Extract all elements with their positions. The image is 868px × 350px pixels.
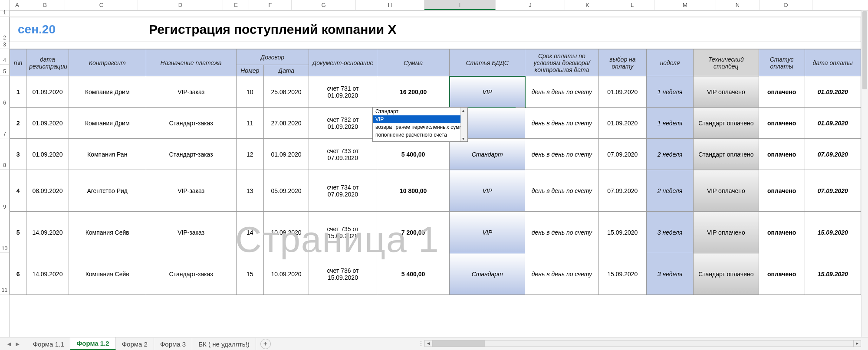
cell-counterparty[interactable]: Компания Сейв [69,212,146,253]
cell-choose-pay[interactable]: 15.09.2020 [598,212,646,253]
cell-choose-pay[interactable]: 01.09.2020 [598,76,646,108]
cell-counterparty[interactable]: Агентство Рид [69,170,146,212]
cell-pay-date[interactable]: 07.09.2020 [805,139,861,170]
cell-pay-date[interactable]: 15.09.2020 [805,212,861,253]
cell-tech[interactable]: VIP оплачено [694,170,759,212]
cell-reg-date[interactable]: 01.09.2020 [26,139,69,170]
cell-contract-no[interactable]: 15 [236,253,264,295]
worksheet[interactable]: сен.20 Регистрация поступлений компании … [10,10,861,337]
cell-choose-pay[interactable]: 15.09.2020 [598,253,646,295]
cell-contract-date[interactable]: 10.09.2020 [264,212,309,253]
cell-contract-date[interactable]: 10.09.2020 [264,253,309,295]
add-sheet-button[interactable]: ＋ [260,339,271,349]
cell-pay-date[interactable]: 01.09.2020 [805,108,861,139]
bdds-dropdown-list[interactable]: СтандартVIPвозврат ранее перечисленных с… [372,107,468,142]
cell-bdds[interactable]: VIP [450,170,525,212]
cell-purpose[interactable]: VIP-заказ [146,212,236,253]
hscroll-thumb[interactable] [433,340,485,347]
cell-pay-date[interactable]: 07.09.2020 [805,170,861,212]
cell-basis-doc[interactable]: счет 731 от 01.09.2020 [309,76,377,108]
cell-counterparty[interactable]: Компания Дрим [69,76,146,108]
cell-contract-date[interactable]: 01.09.2020 [264,139,309,170]
row-number[interactable]: 11 [0,253,9,294]
cell-basis-doc[interactable]: счет 732 от 01.09.2020 [309,108,377,139]
cell-choose-pay[interactable]: 07.09.2020 [598,139,646,170]
cell-sum[interactable]: 5 400,00 [377,253,449,295]
cell-reg-date[interactable]: 01.09.2020 [26,108,69,139]
table-row[interactable]: 614.09.2020Компания СейвСтандарт-заказ15… [10,253,861,295]
col-letter[interactable]: L [610,0,654,10]
vertical-scrollbar[interactable] [861,10,868,337]
cell-basis-doc[interactable]: счет 734 от 07.09.2020 [309,170,377,212]
cell-pp[interactable]: 6 [10,253,26,295]
col-letter-active[interactable]: I [424,0,496,10]
cell-contract-no[interactable]: 13 [236,170,264,212]
tab-nav-arrows[interactable]: ◄ ► [0,340,27,347]
table-row[interactable]: 301.09.2020Компания РанСтандарт-заказ120… [10,139,861,170]
col-letter[interactable]: J [496,0,565,10]
col-letter[interactable]: C [65,0,138,10]
cell-status[interactable]: оплачено [759,76,805,108]
hscroll-left-icon[interactable]: ◄ [424,340,432,347]
row-number[interactable]: 9 [0,170,9,211]
cell-week[interactable]: 1 неделя [646,108,693,139]
cell-term[interactable]: день в день по счету [525,170,599,212]
row-number[interactable]: 6 [0,76,9,107]
col-letter[interactable]: H [356,0,424,10]
cell-bdds[interactable]: VIP [450,212,525,253]
dropdown-option[interactable]: Стандарт [373,108,467,115]
tab-next-icon[interactable]: ► [15,340,21,347]
cell-term[interactable]: день в день по счету [525,139,599,170]
cell-counterparty[interactable]: Компания Ран [69,139,146,170]
cell-week[interactable]: 2 неделя [646,139,693,170]
col-letter[interactable]: N [716,0,760,10]
cell-tech[interactable]: Стандарт оплачено [694,253,759,295]
cell-pp[interactable]: 1 [10,76,26,108]
col-letter[interactable]: G [292,0,356,10]
cell-sum[interactable]: 10 800,00 [377,170,449,212]
cell-status[interactable]: оплачено [759,212,805,253]
cell-bdds[interactable]: VIP [450,76,525,108]
cell-counterparty[interactable]: Компания Дрим [69,108,146,139]
dropdown-option[interactable]: пополнение расчетного счета [373,131,467,139]
cell-basis-doc[interactable]: счет 733 от 07.09.2020 [309,139,377,170]
cell-bdds[interactable]: Стандарт [450,139,525,170]
cell-term[interactable]: день в день по счету [525,76,599,108]
cell-term[interactable]: день в день по счету [525,253,599,295]
cell-purpose[interactable]: VIP-заказ [146,76,236,108]
sheet-tab[interactable]: Форма 3 [154,338,192,350]
cell-sum[interactable]: 7 200,00 [377,212,449,253]
horizontal-scrollbar[interactable]: ⋮ ◄ ► [417,340,861,347]
cell-week[interactable]: 2 неделя [646,170,693,212]
row-number[interactable]: 3 [0,42,9,49]
cell-status[interactable]: оплачено [759,139,805,170]
cell-bdds[interactable]: Стандарт [450,253,525,295]
sheet-tab[interactable]: БК ( не удалять!) [192,338,256,350]
cell-term[interactable]: день в день по счету [525,108,599,139]
cell-week[interactable]: 3 неделя [646,253,693,295]
cell-pp[interactable]: 5 [10,212,26,253]
cell-contract-no[interactable]: 12 [236,139,264,170]
sheet-tab[interactable]: Форма 2 [116,338,154,350]
cell-reg-date[interactable]: 01.09.2020 [26,76,69,108]
cell-tech[interactable]: VIP оплачено [694,212,759,253]
cell-purpose[interactable]: VIP-заказ [146,170,236,212]
cell-contract-date[interactable]: 25.08.2020 [264,76,309,108]
cell-pp[interactable]: 2 [10,108,26,139]
row-number[interactable]: 2 [0,17,9,42]
table-row[interactable]: 408.09.2020Агентство РидVIP-заказ1305.09… [10,170,861,212]
cell-week[interactable]: 3 неделя [646,212,693,253]
cell-choose-pay[interactable]: 01.09.2020 [598,108,646,139]
col-letter[interactable]: A [10,0,25,10]
cell-sum[interactable]: 16 200,00 [377,76,449,108]
row-number[interactable]: 1 [0,10,9,17]
cell-term[interactable]: день в день по счету [525,212,599,253]
sheet-tab[interactable]: Форма 1.1 [27,338,71,350]
cell-contract-no[interactable]: 11 [236,108,264,139]
table-row[interactable]: 514.09.2020Компания СейвVIP-заказ1410.09… [10,212,861,253]
cell-reg-date[interactable]: 08.09.2020 [26,170,69,212]
row-number[interactable]: 7 [0,107,9,138]
row-number[interactable]: 10 [0,211,9,253]
cell-sum[interactable]: 5 400,00 [377,139,449,170]
col-letter[interactable]: O [760,0,812,10]
